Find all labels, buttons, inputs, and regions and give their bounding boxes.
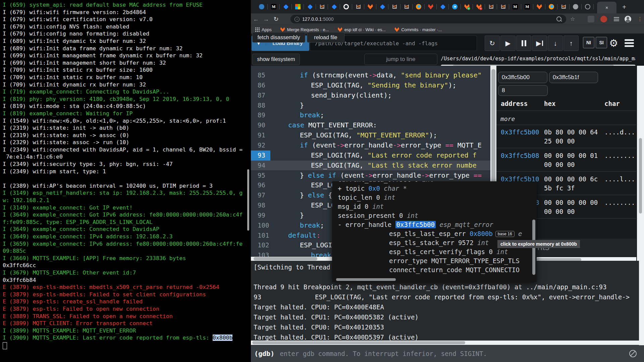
code-gutter-86[interactable]: 86 bbox=[251, 80, 270, 90]
code-gutter-91[interactable]: 91 bbox=[251, 130, 270, 140]
code-gutter-93[interactable]: 93 bbox=[251, 150, 270, 161]
pinned-tab-stackoverflow[interactable] bbox=[400, 3, 413, 10]
extension-icon[interactable] bbox=[588, 16, 594, 22]
code-gutter-100[interactable]: 100 bbox=[251, 221, 270, 231]
pinned-tab-medium-m[interactable] bbox=[509, 3, 521, 10]
code-gutter-95[interactable]: 95 bbox=[251, 171, 270, 181]
code-gutter-96[interactable]: 96 bbox=[251, 180, 270, 190]
memory-end-address-input[interactable] bbox=[549, 72, 598, 83]
console-horizontal-scrollbar[interactable] bbox=[251, 341, 639, 345]
memory-start-address-input[interactable] bbox=[498, 72, 547, 83]
scroll-thumb[interactable] bbox=[254, 257, 317, 260]
pinned-tab-stackoverflow[interactable] bbox=[557, 3, 570, 10]
pinned-tab-stackoverflow[interactable] bbox=[316, 3, 328, 10]
jump-to-line-input[interactable] bbox=[364, 54, 437, 65]
code-gutter-101[interactable]: 101 bbox=[251, 231, 270, 241]
browser-menu-icon[interactable]: ⋮ bbox=[637, 16, 643, 22]
pinned-tab-jira-diamond[interactable] bbox=[376, 3, 388, 10]
apps-grid-icon[interactable] bbox=[255, 27, 260, 32]
scroll-thumb[interactable] bbox=[639, 138, 642, 214]
memory-more-link[interactable]: more bbox=[500, 115, 515, 122]
code-gutter-90[interactable]: 90 bbox=[251, 120, 270, 130]
interrupt-disabled-icon[interactable] bbox=[629, 350, 637, 357]
pinned-tab-stackoverflow[interactable] bbox=[352, 3, 364, 10]
base-16-chip[interactable]: base 16 bbox=[495, 231, 515, 237]
popup-horizontal-scrollbar[interactable] bbox=[336, 278, 396, 281]
next-step-over-icon[interactable]: ▶ bbox=[532, 36, 547, 51]
pinned-tab-stackoverflow[interactable] bbox=[497, 3, 509, 10]
pinned-tab-medium-m[interactable] bbox=[521, 3, 533, 10]
pinned-tab-gitlab[interactable] bbox=[364, 3, 376, 10]
pinned-tab-gitlab-red[interactable] bbox=[425, 3, 437, 10]
memory-address-link[interactable]: 0x3ffc5b00 bbox=[501, 128, 539, 136]
pinned-tab-globe-gray[interactable] bbox=[570, 3, 582, 10]
code-gutter-99[interactable]: 99 bbox=[251, 210, 270, 221]
hamburger-menu-icon[interactable] bbox=[625, 39, 634, 48]
code-gutter-102[interactable]: 102 bbox=[251, 240, 270, 250]
next-instruction-button[interactable]: NI bbox=[583, 37, 594, 48]
code-gutter-97[interactable]: 97 bbox=[251, 190, 270, 200]
code-gutter-85[interactable]: 85 bbox=[251, 70, 270, 80]
zoom-indicator-icon[interactable] bbox=[556, 16, 561, 21]
show-filesystem-button[interactable]: show filesystem bbox=[252, 54, 300, 65]
serial-monitor-terminal[interactable]: I (659) system_api: read default base MA… bbox=[0, 0, 251, 362]
terminal-scrollbar[interactable] bbox=[247, 169, 249, 231]
pinned-tab-jira-diamond[interactable] bbox=[328, 3, 340, 10]
pinned-tab-jira-diamond[interactable] bbox=[280, 3, 292, 10]
back-icon[interactable]: ← bbox=[251, 16, 261, 23]
pinned-tab-twitter[interactable] bbox=[449, 3, 461, 10]
pinned-tab-firefox[interactable] bbox=[545, 3, 557, 10]
gdb-command-input[interactable] bbox=[279, 350, 629, 358]
code-gutter-89[interactable]: 89 bbox=[251, 110, 270, 120]
code-gutter-98[interactable]: 98 bbox=[251, 200, 270, 210]
code-gutter-94[interactable]: 94 bbox=[251, 161, 270, 171]
reading-list-icon[interactable] bbox=[613, 16, 620, 22]
step-instruction-button[interactable]: SI bbox=[596, 37, 607, 48]
pinned-tab-github[interactable] bbox=[340, 3, 352, 10]
pause-icon[interactable] bbox=[516, 36, 531, 51]
continue-icon[interactable]: ▶ bbox=[500, 36, 516, 51]
code-gutter-88[interactable]: 88 bbox=[251, 101, 270, 111]
scroll-thumb[interactable] bbox=[491, 69, 495, 186]
bookmark-item[interactable]: Merge Requests · e... bbox=[280, 27, 329, 32]
memory-value-link[interactable]: 0x0 bbox=[369, 185, 380, 192]
step-out-icon[interactable]: ↑ bbox=[564, 36, 579, 51]
active-tab[interactable]: × bbox=[597, 2, 616, 13]
fetch-disassembly-button[interactable]: fetch disassembly bbox=[252, 32, 305, 43]
pinned-tab-firefox[interactable] bbox=[413, 3, 425, 10]
pinned-tab-jira-diamond[interactable] bbox=[304, 3, 316, 10]
close-tab-icon[interactable]: × bbox=[605, 5, 608, 10]
pinned-tab-stackoverflow[interactable] bbox=[485, 3, 497, 10]
console-vertical-scrollbar[interactable] bbox=[639, 261, 644, 345]
pinned-tab-gitlab-check[interactable] bbox=[461, 3, 473, 10]
url-omnibox[interactable]: i 127.0.0.1 :5000 bbox=[290, 15, 566, 23]
run-restart-icon[interactable]: ↻ bbox=[485, 36, 500, 51]
pinned-tab-circle-gray[interactable] bbox=[582, 3, 594, 10]
scroll-thumb[interactable] bbox=[252, 341, 465, 344]
pinned-tab-gitlab[interactable] bbox=[533, 3, 545, 10]
extension-red-icon[interactable] bbox=[600, 16, 607, 22]
new-tab-button[interactable]: + bbox=[620, 3, 629, 11]
memory-value-link[interactable]: 0x3ffc5b00 bbox=[395, 221, 436, 228]
memory-bytes-per-row-input[interactable] bbox=[498, 85, 548, 96]
reload-icon[interactable]: ↻ bbox=[271, 15, 281, 23]
memory-address-link[interactable]: 0x3ffc5b08 bbox=[501, 152, 539, 159]
profile-avatar[interactable] bbox=[625, 16, 631, 22]
bookmark-star-icon[interactable]: ☆ bbox=[570, 16, 575, 22]
pinned-tab-stackoverflow[interactable] bbox=[388, 3, 400, 10]
sidebar-vertical-scrollbar[interactable] bbox=[637, 66, 644, 261]
settings-gear-icon[interactable]: ⚙ bbox=[609, 36, 618, 50]
scroll-thumb[interactable] bbox=[537, 258, 581, 261]
code-gutter-87[interactable]: 87 bbox=[251, 90, 270, 101]
bookmark-item[interactable]: esp idf ci · Wiki · es... bbox=[338, 27, 386, 32]
pinned-tab-gitlab-x[interactable] bbox=[473, 3, 485, 10]
site-info-icon[interactable]: i bbox=[294, 17, 300, 22]
variable-text[interactable]: + topic bbox=[338, 185, 369, 192]
reload-file-button[interactable]: reload file bbox=[307, 32, 344, 43]
apps-label[interactable]: Apps bbox=[262, 27, 272, 32]
memory-value-link[interactable]: 0x800b bbox=[470, 230, 493, 237]
forward-icon[interactable]: → bbox=[261, 16, 271, 23]
step-into-icon[interactable]: ↓ bbox=[548, 36, 563, 51]
pinned-tab-microsoft-grid[interactable] bbox=[292, 3, 304, 10]
pinned-tab-medium-m[interactable] bbox=[268, 3, 280, 10]
